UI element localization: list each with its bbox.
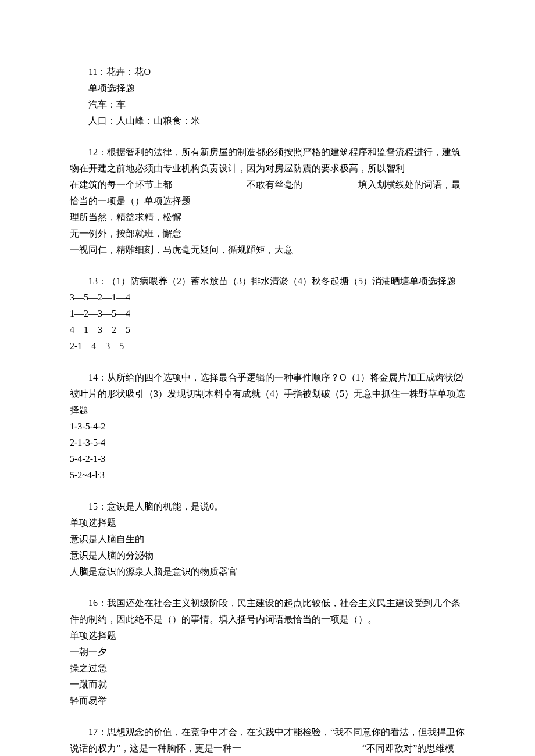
q16-option-a: 一朝一夕 — [70, 644, 465, 660]
q14-option-c: 5-4-2-1-3 — [70, 451, 465, 467]
q15-option-c: 人脑是意识的源泉人脑是意识的物质器官 — [70, 564, 465, 580]
q14-option-b: 2-1-3-5-4 — [70, 435, 465, 451]
question-15: 15：意识是人脑的机能，是说0。 单项选择题 意识是人脑自生的 意识是人脑的分泌… — [70, 499, 465, 580]
question-16: 16：我国还处在社会主义初级阶段，民主建设的起点比较低，社会主义民主建设受到几个… — [70, 595, 465, 709]
q11-option-b: 人口：人山峰：山粮食：米 — [70, 113, 465, 129]
q12-option-c: 一视同仁，精雕细刻，马虎毫无疑问，循规蹈矩，大意 — [70, 242, 465, 258]
q14-stem: 14：从所给的四个选项中，选择最合乎逻辑的一种事件顺序？O（1）将金属片加工成齿… — [70, 370, 465, 418]
q16-option-b: 操之过急 — [70, 660, 465, 676]
q11-type: 单项选择题 — [70, 80, 465, 96]
q12-stem-2: 在建筑的每一个环节上都 不敢有丝毫的 填入划横线处的词语，最恰当的一项是（）单项… — [70, 177, 465, 209]
question-14: 14：从所给的四个选项中，选择最合乎逻辑的一种事件顺序？O（1）将金属片加工成齿… — [70, 370, 465, 483]
q13-option-b: 1—2—3—5—4 — [70, 306, 465, 322]
q13-option-d: 2-1—4—3—5 — [70, 338, 465, 354]
q11-title: 11：花卉：花O — [70, 64, 465, 80]
question-11: 11：花卉：花O 单项选择题 汽车：车 人口：人山峰：山粮食：米 — [70, 64, 465, 129]
question-17: 17：思想观念的价值，在竞争中才会，在实践中才能检验，“我不同意你的看法，但我捍… — [70, 724, 465, 756]
q13-option-c: 4—1—3—2—5 — [70, 322, 465, 338]
q12-option-b: 无一例外，按部就班，懈怠 — [70, 225, 465, 242]
q15-option-a: 意识是人脑自生的 — [70, 531, 465, 547]
question-12: 12：根据智利的法律，所有新房屋的制造都必须按照严格的建筑程序和监督流程进行，建… — [70, 144, 465, 258]
question-13: 13：（1）防病喂养（2）蓄水放苗（3）排水清淤（4）秋冬起塘（5）消港晒塘单项… — [70, 273, 465, 354]
q14-option-d: 5-2~4-l·3 — [70, 467, 465, 483]
q11-option-a: 汽车：车 — [70, 96, 465, 113]
q15-option-b: 意识是人脑的分泌物 — [70, 547, 465, 564]
q12-stem-1: 12：根据智利的法律，所有新房屋的制造都必须按照严格的建筑程序和监督流程进行，建… — [70, 144, 465, 177]
q13-stem: 13：（1）防病喂养（2）蓄水放苗（3）排水清淤（4）秋冬起塘（5）消港晒塘单项… — [70, 273, 465, 289]
q12-option-a: 理所当然，精益求精，松懈 — [70, 209, 465, 225]
q15-title: 15：意识是人脑的机能，是说0。 — [70, 499, 465, 515]
q14-option-a: 1-3-5-4-2 — [70, 418, 465, 435]
q16-option-d: 轻而易举 — [70, 693, 465, 709]
q13-option-a: 3—5—2—1—4 — [70, 289, 465, 306]
q16-type: 单项选择题 — [70, 628, 465, 644]
q16-option-c: 一蹴而就 — [70, 676, 465, 693]
q16-stem: 16：我国还处在社会主义初级阶段，民主建设的起点比较低，社会主义民主建设受到几个… — [70, 595, 465, 628]
q17-stem: 17：思想观念的价值，在竞争中才会，在实践中才能检验，“我不同意你的看法，但我捍… — [70, 724, 465, 756]
q15-type: 单项选择题 — [70, 515, 465, 531]
